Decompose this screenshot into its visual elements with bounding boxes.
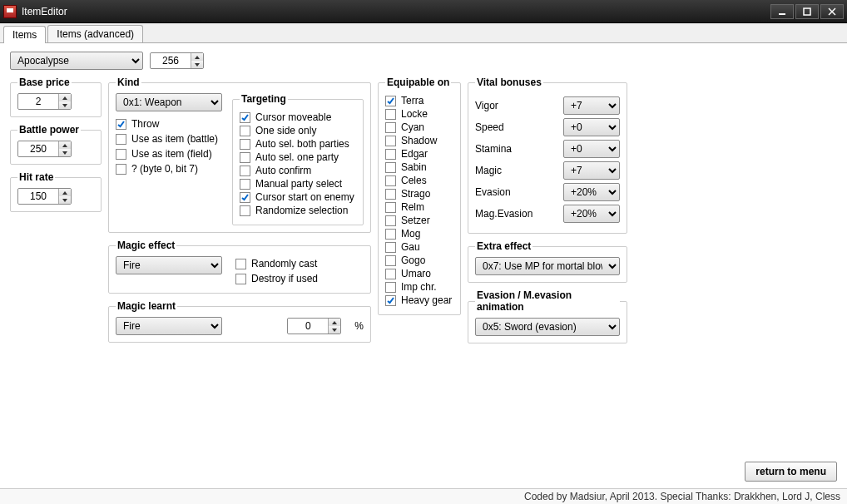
- battle-power-group: Battle power: [10, 124, 102, 165]
- targeting-item-0[interactable]: Cursor moveable: [240, 111, 356, 123]
- hit-rate-input[interactable]: [18, 189, 58, 204]
- footer-text: Coded by Madsiur, April 2013. Special Th…: [0, 488, 847, 504]
- evasion-anim-label: Evasion / M.evasion animation: [475, 289, 620, 313]
- checkbox-icon: [385, 229, 396, 240]
- magic-random-cast[interactable]: Randomly cast: [235, 258, 318, 269]
- equipable-item-0[interactable]: Terra: [385, 95, 453, 106]
- flag-use-field[interactable]: Use as item (field): [116, 148, 222, 160]
- vital-label: Vital bonuses: [475, 77, 543, 88]
- window: ItemEditor Items Items (advanced) Apocal…: [0, 0, 847, 504]
- checkbox-icon: [116, 149, 126, 160]
- checkbox-icon: [385, 295, 396, 306]
- magic-destroy[interactable]: Destroy if used: [235, 273, 318, 284]
- equipable-item-8[interactable]: Relm: [385, 201, 453, 213]
- equipable-item-9[interactable]: Setzer: [385, 215, 453, 226]
- extra-effect-select[interactable]: 0x7: Use MP for mortal blow: [475, 257, 620, 275]
- battle-power-spinner[interactable]: [17, 141, 72, 157]
- vital-select-4[interactable]: +20%: [563, 183, 620, 201]
- equipable-item-6[interactable]: Celes: [385, 175, 453, 186]
- equipable-item-1[interactable]: Locke: [385, 108, 453, 120]
- equipable-item-10[interactable]: Mog: [385, 228, 453, 240]
- checkbox-icon: [385, 189, 396, 200]
- checkbox-icon: [240, 166, 250, 176]
- equipable-item-2[interactable]: Cyan: [385, 121, 453, 133]
- svg-marker-8: [62, 144, 67, 147]
- vital-group: Vital bonuses Vigor+7Speed+0Stamina+0Mag…: [468, 77, 627, 234]
- kind-select[interactable]: 0x1: Weapon: [116, 93, 222, 111]
- magic-learnt-rate-input[interactable]: [288, 319, 328, 334]
- vital-row-4: Evasion+20%: [475, 183, 620, 201]
- equipable-item-12[interactable]: Gogo: [385, 254, 453, 266]
- evasion-anim-select[interactable]: 0x5: Sword (evasion): [475, 318, 620, 336]
- vital-select-5[interactable]: +20%: [563, 205, 620, 223]
- equipable-item-3[interactable]: Shadow: [385, 135, 453, 146]
- checkbox-icon: [240, 139, 250, 150]
- vital-select-3[interactable]: +7: [563, 161, 620, 180]
- maximize-button[interactable]: [795, 4, 819, 19]
- svg-marker-10: [62, 191, 67, 195]
- equipable-item-13[interactable]: Umaro: [385, 268, 453, 279]
- checkbox-icon: [385, 202, 396, 213]
- item-id-spinner[interactable]: [150, 52, 204, 69]
- hit-rate-spinner[interactable]: [17, 188, 72, 205]
- return-to-menu-button[interactable]: return to menu: [745, 462, 837, 482]
- checkbox-icon: [385, 136, 396, 146]
- vital-select-2[interactable]: +0: [563, 140, 620, 158]
- spin-up-icon[interactable]: [191, 53, 203, 61]
- targeting-item-1[interactable]: One side only: [240, 125, 356, 136]
- targeting-item-6[interactable]: Cursor start on enemy: [240, 191, 356, 203]
- tab-items[interactable]: Items: [3, 26, 46, 43]
- tab-items-advanced[interactable]: Items (advanced): [47, 25, 143, 42]
- checkbox-icon: [385, 149, 396, 160]
- magic-learnt-label: Magic learnt: [116, 300, 177, 312]
- base-price-group: Base price: [10, 77, 102, 117]
- titlebar[interactable]: ItemEditor: [0, 0, 847, 23]
- minimize-button[interactable]: [770, 4, 794, 19]
- hit-rate-label: Hit rate: [17, 171, 55, 183]
- vital-select-0[interactable]: +7: [563, 96, 620, 115]
- extra-effect-label: Extra effect: [475, 240, 532, 252]
- hit-rate-group: Hit rate: [10, 171, 102, 212]
- base-price-input[interactable]: [18, 94, 58, 109]
- equipable-group: Equipable on TerraLockeCyanShadowEdgarSa…: [378, 77, 461, 315]
- checkbox-icon: [385, 162, 396, 173]
- svg-marker-9: [62, 151, 67, 155]
- equipable-item-4[interactable]: Edgar: [385, 148, 453, 160]
- item-id-input[interactable]: [151, 53, 191, 68]
- spin-down-icon[interactable]: [191, 61, 203, 68]
- item-select[interactable]: Apocalypse: [10, 52, 143, 70]
- vital-row-0: Vigor+7: [475, 96, 620, 115]
- equipable-item-14[interactable]: Imp chr.: [385, 281, 453, 293]
- flag-use-battle[interactable]: Use as item (battle): [116, 133, 222, 145]
- equipable-item-11[interactable]: Gau: [385, 241, 453, 253]
- magic-effect-select[interactable]: Fire: [116, 256, 222, 274]
- magic-learnt-rate[interactable]: [287, 318, 341, 334]
- checkbox-icon: [240, 205, 250, 216]
- equipable-item-5[interactable]: Sabin: [385, 161, 453, 173]
- equipable-item-15[interactable]: Heavy gear: [385, 294, 453, 306]
- targeting-item-7[interactable]: Randomize selection: [240, 205, 356, 216]
- targeting-item-5[interactable]: Manual party select: [240, 178, 356, 190]
- svg-marker-6: [62, 96, 67, 100]
- equipable-item-7[interactable]: Strago: [385, 188, 453, 200]
- flag-throw[interactable]: Throw: [116, 118, 222, 130]
- vital-select-1[interactable]: +0: [563, 118, 620, 136]
- battle-power-input[interactable]: [18, 141, 58, 156]
- vital-key: Stamina: [475, 143, 512, 155]
- flag-byte0bit7[interactable]: ? (byte 0, bit 7): [116, 163, 222, 175]
- vital-key: Mag.Evasion: [475, 208, 532, 220]
- evasion-anim-group: Evasion / M.evasion animation 0x5: Sword…: [468, 289, 627, 343]
- magic-learnt-select[interactable]: Fire: [116, 317, 222, 335]
- kind-group: Kind 0x1: Weapon Throw Use as item (batt…: [108, 77, 371, 233]
- targeting-label: Targeting: [240, 93, 288, 105]
- base-price-spinner[interactable]: [17, 93, 72, 110]
- targeting-item-4[interactable]: Auto confirm: [240, 165, 356, 176]
- checkbox-icon: [385, 282, 396, 293]
- targeting-item-3[interactable]: Auto sel. one party: [240, 151, 356, 163]
- tabbar: Items Items (advanced): [0, 23, 847, 43]
- close-button[interactable]: [820, 4, 844, 19]
- checkbox-icon: [385, 242, 396, 253]
- svg-marker-4: [195, 56, 200, 59]
- targeting-item-2[interactable]: Auto sel. both parties: [240, 138, 356, 150]
- checkbox-icon: [240, 179, 250, 190]
